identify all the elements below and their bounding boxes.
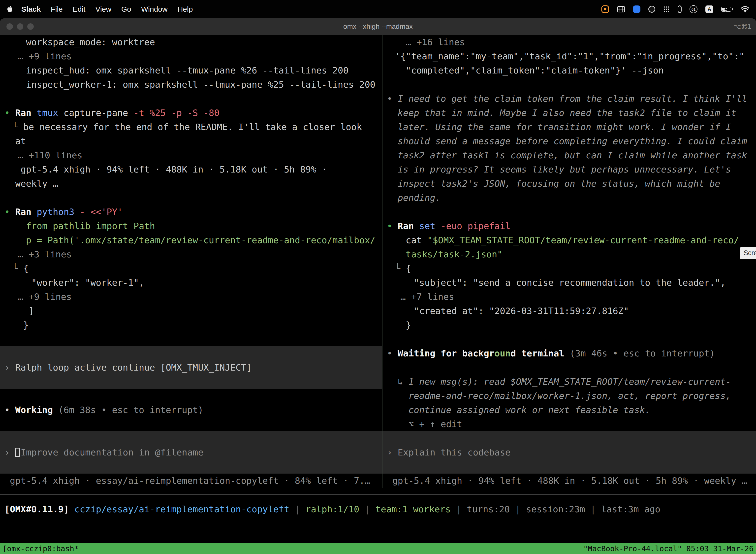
terminal-line: tasks/task-2.json" bbox=[382, 247, 756, 261]
terminal-line: task2 after task1 is complete, but can I… bbox=[382, 148, 756, 162]
input-source-icon[interactable]: A bbox=[705, 5, 713, 13]
terminal-line: • Waiting for background terminal (3m 46… bbox=[382, 346, 756, 361]
window-title: omx --xhigh --madmax bbox=[343, 22, 413, 31]
window-grid-icon[interactable] bbox=[617, 6, 625, 12]
terminal-line: "completed","claim_token":"claim-token"}… bbox=[382, 63, 756, 77]
terminal-line: weekly … bbox=[0, 176, 382, 190]
terminal-blank-area bbox=[0, 516, 756, 543]
right-terminal-pane[interactable]: … +16 lines'{"team_name":"my-team","task… bbox=[382, 35, 756, 488]
terminal-line: … +110 lines bbox=[0, 148, 382, 162]
terminal-line: • Ran tmux capture-pane -t %25 -p -S -80 bbox=[0, 106, 382, 120]
terminal-line: "created_at": "2026-03-31T11:59:27.816Z" bbox=[382, 304, 756, 318]
menu-edit[interactable]: Edit bbox=[73, 5, 85, 13]
terminal-line: ] bbox=[0, 304, 382, 318]
menu-bar: Slack FileEditViewGoWindowHelp 61 A bbox=[0, 0, 756, 18]
apple-menu-icon[interactable] bbox=[6, 5, 13, 13]
terminal-line: └ { bbox=[382, 261, 756, 276]
terminal-line bbox=[382, 205, 756, 219]
menu-window[interactable]: Window bbox=[141, 5, 168, 13]
terminal-line: ↳ 1 new msg(s): read $OMX_TEAM_STATE_ROO… bbox=[382, 375, 756, 389]
screen: Slack FileEditViewGoWindowHelp 61 A bbox=[0, 0, 756, 554]
text-cursor[interactable] bbox=[15, 448, 20, 457]
battery-icon[interactable] bbox=[721, 7, 733, 12]
prompt-box[interactable]: › Explain this codebase bbox=[382, 431, 756, 474]
terminal-line: … +3 lines bbox=[0, 247, 382, 261]
left-terminal-pane[interactable]: workspace_mode: worktree… +9 linesinspec… bbox=[0, 35, 382, 488]
terminal-line: p = Path('.omx/state/team/review-current… bbox=[0, 233, 382, 247]
terminal-line: "subject": "send a concise recommendatio… bbox=[382, 276, 756, 290]
prompt-box[interactable]: › Ralph loop active continue [OMX_TMUX_I… bbox=[0, 346, 382, 389]
capsule-icon[interactable] bbox=[678, 5, 682, 13]
terminal-line bbox=[0, 389, 382, 403]
terminal-line bbox=[0, 332, 382, 346]
terminal-line: workspace_mode: worktree bbox=[0, 35, 382, 49]
terminal-line bbox=[0, 190, 382, 205]
status-separator bbox=[0, 494, 756, 495]
terminal-line: gpt-5.4 xhigh · essay/ai-reimplementatio… bbox=[0, 474, 382, 488]
prompt-box[interactable]: › Improve documentation in @filename bbox=[0, 431, 382, 474]
terminal-line: gpt-5.4 xhigh · 94% left · 488K in · 5.1… bbox=[0, 162, 382, 176]
screen-recording-indicator-icon[interactable] bbox=[601, 5, 609, 13]
window-controls bbox=[6, 18, 38, 35]
terminal-line: • Working (6m 38s • esc to interrupt) bbox=[0, 403, 382, 417]
window-title-bar[interactable]: omx --xhigh --madmax ⌥⌘1 bbox=[0, 18, 756, 35]
window-shortcut-badge: ⌥⌘1 bbox=[734, 23, 752, 30]
terminal-panes: workspace_mode: worktree… +9 linesinspec… bbox=[0, 35, 756, 488]
terminal-line bbox=[382, 361, 756, 375]
prompt-input-line: › Explain this codebase bbox=[382, 445, 756, 459]
battery-percent-badge[interactable]: 61 bbox=[690, 5, 697, 13]
terminal-line: gpt-5.4 xhigh · 94% left · 488K in · 5.1… bbox=[382, 474, 756, 488]
close-button[interactable] bbox=[6, 23, 13, 30]
terminal-line: … +9 lines bbox=[0, 290, 382, 304]
terminal-line: later. Using the same for transition mig… bbox=[382, 120, 756, 134]
terminal-line: keep that in mind. Maybe I also need the… bbox=[382, 106, 756, 120]
terminal-line bbox=[0, 417, 382, 431]
terminal-line: … +16 lines bbox=[382, 35, 756, 49]
terminal-line: • Ran set -euo pipefail bbox=[382, 219, 756, 233]
dots-grid-icon[interactable] bbox=[663, 6, 670, 12]
menu-go[interactable]: Go bbox=[121, 5, 131, 13]
terminal-line: ⌥ + ↑ edit bbox=[382, 417, 756, 431]
menu-file[interactable]: File bbox=[51, 5, 63, 13]
terminal-line: "worker": "worker-1", bbox=[0, 276, 382, 290]
terminal-line: } bbox=[382, 318, 756, 332]
dark-sphere-icon[interactable] bbox=[648, 6, 655, 13]
tmux-session-window: [omx-cczip0:bash* bbox=[2, 544, 79, 553]
omx-status-line: [OMX#0.11.9] cczip/essay/ai-reimplementa… bbox=[0, 502, 756, 516]
terminal-line: from pathlib import Path bbox=[0, 219, 382, 233]
terminal-line bbox=[382, 332, 756, 346]
menu-view[interactable]: View bbox=[95, 5, 111, 13]
menu-bar-left: Slack FileEditViewGoWindowHelp bbox=[6, 5, 203, 13]
zoom-button[interactable] bbox=[27, 23, 34, 30]
app-menu-slack[interactable]: Slack bbox=[21, 5, 41, 13]
terminal-line: cat "$OMX_TEAM_STATE_ROOT/team/review-cu… bbox=[382, 233, 756, 247]
terminal-line: inspect_worker-1: omx sparkshell --tmux-… bbox=[0, 77, 382, 92]
terminal-line: continue assigned work or next feasible … bbox=[382, 403, 756, 417]
screen-share-notification[interactable]: Scre bbox=[740, 247, 756, 259]
terminal-line: } bbox=[0, 318, 382, 332]
blue-app-icon[interactable] bbox=[633, 5, 640, 13]
menu-items: FileEditViewGoWindowHelp bbox=[51, 5, 203, 13]
terminal-line bbox=[382, 77, 756, 92]
terminal-line: • I need to get the claim token from the… bbox=[382, 92, 756, 106]
terminal-line: inspect_hud: omx sparkshell --tmux-pane … bbox=[0, 63, 382, 77]
wifi-icon[interactable] bbox=[741, 6, 750, 13]
tmux-host-and-time: "MacBook-Pro-44.local" 05:03 31-Mar-26 bbox=[583, 544, 754, 553]
prompt-input-line: › Improve documentation in @filename bbox=[0, 445, 382, 459]
menu-bar-status-area: 61 A bbox=[601, 5, 750, 13]
terminal-line: └ be necessary for the end of the README… bbox=[0, 120, 382, 134]
tmux-status-bar: [omx-cczip0:bash* "MacBook-Pro-44.local"… bbox=[0, 543, 756, 554]
terminal-line: └ { bbox=[0, 261, 382, 276]
terminal-line: … +7 lines bbox=[382, 290, 756, 304]
terminal-line: … +9 lines bbox=[0, 49, 382, 63]
terminal-line: should send a message before completing … bbox=[382, 134, 756, 148]
terminal-line: pending. bbox=[382, 190, 756, 205]
terminal-line: readme-and-reco/mailbox/worker-1.json, a… bbox=[382, 389, 756, 403]
terminal-line: • Ran python3 - <<'PY' bbox=[0, 205, 382, 219]
terminal-line: '{"team_name":"my-team","task_id":"1","f… bbox=[382, 49, 756, 63]
terminal-line: at bbox=[0, 134, 382, 148]
prompt-input-line: › Ralph loop active continue [OMX_TMUX_I… bbox=[0, 361, 382, 375]
menu-help[interactable]: Help bbox=[178, 5, 193, 13]
minimize-button[interactable] bbox=[17, 23, 23, 30]
terminal-line: is in progress? It seems likely but perh… bbox=[382, 162, 756, 176]
